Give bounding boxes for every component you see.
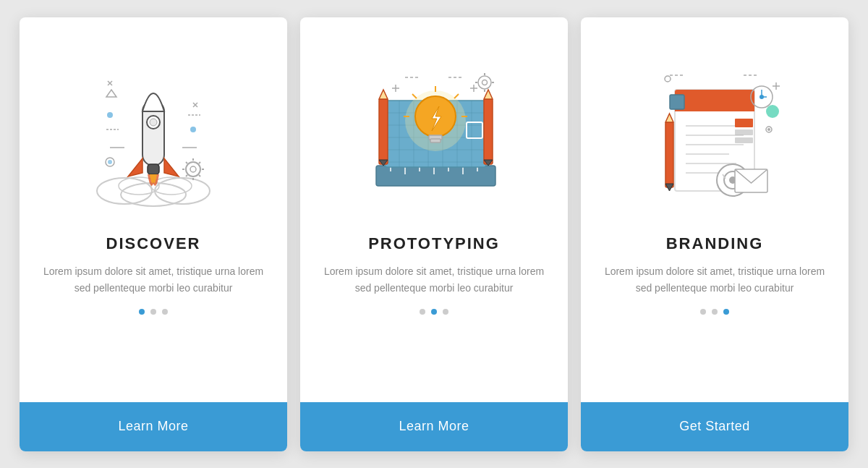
prototyping-dots: [420, 309, 448, 315]
dot-3[interactable]: [162, 309, 168, 315]
svg-rect-77: [675, 104, 754, 111]
dot-1[interactable]: [700, 309, 706, 315]
svg-point-26: [108, 160, 112, 164]
prototyping-title: PROTOTYPING: [368, 234, 500, 253]
branding-illustration: [581, 17, 848, 227]
svg-line-24: [199, 162, 200, 163]
branding-title: BRANDING: [666, 234, 764, 253]
svg-rect-85: [735, 129, 753, 135]
dot-2[interactable]: [431, 309, 437, 315]
branding-dots: [700, 309, 729, 315]
card-prototyping: PROTOTYPING Lorem ipsum dolore sit amet,…: [300, 17, 568, 451]
dot-2[interactable]: [712, 309, 718, 315]
learn-more-button-discover[interactable]: Learn More: [20, 402, 287, 451]
svg-rect-54: [430, 139, 441, 142]
svg-rect-92: [665, 122, 673, 187]
svg-point-99: [766, 105, 779, 118]
svg-rect-61: [484, 99, 493, 164]
dot-3[interactable]: [443, 309, 448, 315]
learn-more-button-prototyping[interactable]: Learn More: [300, 402, 568, 451]
svg-rect-60: [379, 99, 388, 164]
svg-point-100: [665, 76, 671, 82]
svg-point-69: [478, 76, 491, 89]
card-discover: DISCOVER Lorem ipsum dolore sit amet, tr…: [20, 17, 287, 451]
svg-rect-86: [735, 137, 753, 143]
svg-point-9: [107, 112, 113, 118]
discover-content: DISCOVER Lorem ipsum dolore sit amet, tr…: [20, 227, 287, 402]
svg-line-58: [412, 94, 417, 98]
svg-point-7: [150, 119, 157, 126]
svg-rect-8: [148, 164, 159, 174]
svg-point-102: [767, 128, 770, 131]
prototyping-content: PROTOTYPING Lorem ipsum dolore sit amet,…: [300, 227, 568, 402]
dot-2[interactable]: [150, 309, 156, 315]
svg-rect-94: [670, 95, 684, 109]
svg-line-21: [186, 162, 187, 163]
svg-rect-84: [735, 119, 753, 127]
branding-content: BRANDING Lorem ipsum dolore sit amet, tr…: [581, 227, 848, 402]
svg-point-16: [190, 166, 196, 172]
prototyping-illustration: [300, 17, 568, 227]
svg-point-15: [186, 162, 200, 176]
svg-point-10: [190, 127, 196, 132]
dot-3[interactable]: [723, 309, 729, 315]
get-started-button-branding[interactable]: Get Started: [581, 402, 848, 451]
card-branding: BRANDING Lorem ipsum dolore sit amet, tr…: [581, 17, 848, 451]
prototyping-text: Lorem ipsum dolore sit amet, tristique u…: [322, 263, 546, 298]
dot-1[interactable]: [139, 309, 145, 315]
discover-title: DISCOVER: [106, 234, 201, 253]
cards-container: DISCOVER Lorem ipsum dolore sit amet, tr…: [20, 17, 848, 451]
svg-line-23: [186, 175, 187, 176]
discover-illustration: [20, 17, 287, 227]
svg-point-70: [482, 80, 488, 85]
discover-dots: [139, 309, 168, 315]
svg-line-22: [199, 175, 200, 176]
svg-line-56: [454, 94, 459, 98]
dot-1[interactable]: [420, 309, 425, 315]
branding-text: Lorem ipsum dolore sit amet, tristique u…: [603, 263, 827, 298]
discover-text: Lorem ipsum dolore sit amet, tristique u…: [41, 263, 265, 298]
